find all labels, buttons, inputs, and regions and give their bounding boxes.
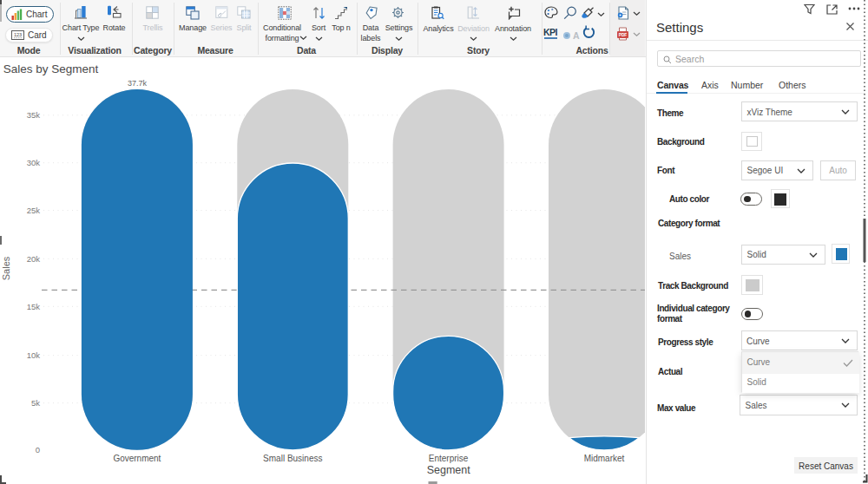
svg-text:PDF: PDF [619, 33, 628, 37]
svg-text:5k: 5k [31, 398, 40, 408]
svg-text:35k: 35k [27, 110, 41, 120]
svg-text:Segment: Segment [427, 464, 471, 476]
svg-text:20k: 20k [27, 254, 41, 264]
svg-text:25k: 25k [27, 206, 41, 215]
svg-text:37.7k: 37.7k [128, 79, 148, 88]
svg-text:Sales by Segment: Sales by Segment [3, 62, 99, 75]
svg-text:Government: Government [113, 454, 161, 463]
svg-text:Small Business: Small Business [263, 454, 322, 463]
svg-text:30k: 30k [27, 158, 41, 167]
svg-text:15k: 15k [27, 302, 41, 311]
svg-text:A: A [573, 31, 580, 40]
svg-text:0: 0 [36, 445, 40, 455]
svg-text:Enterprise: Enterprise [429, 454, 469, 463]
svg-text:Midmarket: Midmarket [584, 454, 625, 463]
svg-text:10k: 10k [27, 350, 41, 360]
svg-text:123: 123 [14, 32, 22, 37]
svg-text:Sales: Sales [1, 256, 11, 280]
